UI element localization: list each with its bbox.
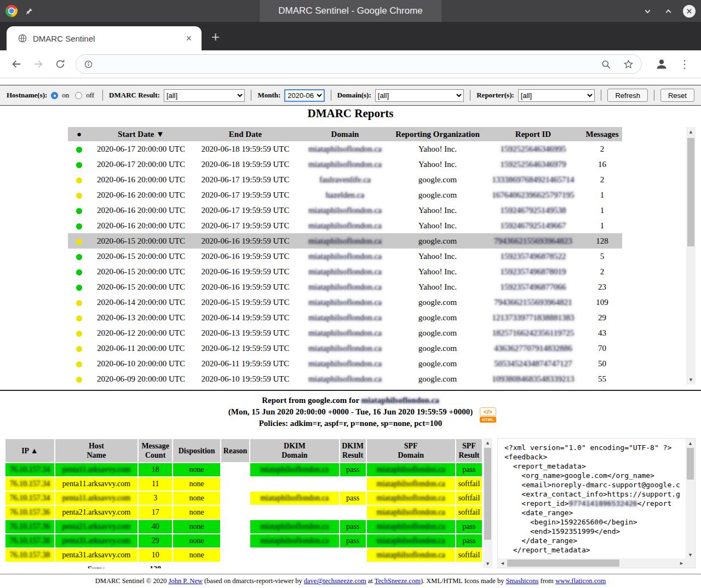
zoom-icon[interactable] <box>601 59 611 70</box>
detail-column-header[interactable]: Disposition <box>173 439 220 462</box>
footer-segment[interactable]: www.flaticon.com <box>555 577 606 585</box>
host-cell: penta31.arksavvy.com <box>55 534 137 547</box>
domain-select[interactable]: [all] <box>375 89 464 102</box>
info-icon[interactable] <box>84 60 93 69</box>
messages-cell: 16 <box>582 157 622 172</box>
report-row[interactable]: 2020-06-14 20:00:00 UTC 2020-06-15 19:59… <box>68 295 622 310</box>
bookmark-star-icon[interactable] <box>623 59 634 70</box>
end-date-cell: 2020-06-18 19:59:59 UTC <box>192 141 299 157</box>
forward-button[interactable] <box>27 53 49 75</box>
disposition-cell: none <box>173 549 220 562</box>
detail-column-header[interactable]: Message Count <box>139 439 172 462</box>
dmarc-result-select[interactable]: [all] <box>164 89 245 102</box>
report-row[interactable]: 2020-06-12 20:00:00 UTC 2020-06-13 19:59… <box>68 325 622 341</box>
scroll-up-button[interactable]: ▲ <box>483 438 492 447</box>
report-row[interactable]: 2020-06-16 20:00:00 UTC 2020-06-17 19:59… <box>68 172 622 187</box>
profile-avatar[interactable] <box>655 57 668 71</box>
reports-column-header[interactable]: Domain <box>299 127 391 141</box>
report-row[interactable]: 2020-06-13 20:00:00 UTC 2020-06-14 19:59… <box>68 310 622 325</box>
status-dot-icon <box>76 269 82 275</box>
minimize-button[interactable] <box>641 4 654 18</box>
detail-column-header[interactable]: SPF Result <box>456 439 482 462</box>
page-title: DMARC Reports <box>0 107 701 120</box>
messages-cell: 1 <box>582 203 622 218</box>
report-row[interactable]: 2020-06-15 20:00:00 UTC 2020-06-16 19:59… <box>68 264 622 279</box>
close-button[interactable] <box>682 4 696 18</box>
reports-column-header[interactable]: Start Date ▼ <box>90 127 192 141</box>
refresh-button[interactable]: Refresh <box>607 89 648 102</box>
xml-vertical-scrollbar[interactable]: ▲ ▼ <box>686 439 695 560</box>
hostname-off-radio[interactable] <box>75 92 82 99</box>
scroll-down-button[interactable]: ▼ <box>686 375 696 384</box>
reason-cell <box>221 492 249 505</box>
scroll-left-button[interactable]: ◀ <box>498 558 507 568</box>
end-date-cell: 2020-06-11 19:59:59 UTC <box>192 356 299 371</box>
scrollbar-thumb[interactable] <box>507 560 619 567</box>
reports-scrollbar[interactable]: ▲ ▼ <box>686 127 696 384</box>
spf-domain-cell <box>367 563 455 568</box>
domain-cell: miataphilsoflondon.ca <box>299 203 391 218</box>
detail-column-header[interactable]: DKIM Domain <box>250 439 338 462</box>
menu-dots-icon[interactable]: ⋮ <box>674 57 696 71</box>
page-content: Hostname(s): on off DMARC Result: [all] … <box>0 78 701 588</box>
tab-dmarc-sentinel[interactable]: DMARC Sentinel × <box>7 26 202 50</box>
footer-segment[interactable]: TechSneeze.com <box>375 577 421 585</box>
footer-segment[interactable]: dave@techsneeze.com <box>304 577 366 585</box>
report-row[interactable]: 2020-06-10 20:00:00 UTC 2020-06-11 19:59… <box>68 356 622 371</box>
report-row[interactable]: 2020-06-16 20:00:00 UTC 2020-06-17 19:59… <box>68 203 622 218</box>
report-row[interactable]: 2020-06-15 20:00:00 UTC 2020-06-16 19:59… <box>68 249 622 264</box>
detail-column-header[interactable]: SPF Domain <box>367 439 455 462</box>
scroll-right-button[interactable]: ▶ <box>677 558 686 568</box>
scrollbar-thumb[interactable] <box>687 138 694 246</box>
xml-horizontal-scrollbar[interactable]: ◀ ▶ <box>498 558 686 568</box>
reload-button[interactable] <box>49 53 71 75</box>
hostname-on-radio[interactable] <box>51 92 58 99</box>
month-select[interactable]: 2020-06 <box>284 89 324 102</box>
reporter-select[interactable]: [all] <box>518 89 595 102</box>
report-id-cell: 13338697684921465714 <box>484 172 582 187</box>
reports-column-header[interactable]: End Date <box>192 127 299 141</box>
scrollbar-thumb[interactable] <box>484 448 491 540</box>
reports-column-header[interactable]: ● <box>68 127 90 141</box>
scroll-down-button[interactable]: ▼ <box>483 559 492 568</box>
scroll-up-button[interactable]: ▲ <box>686 127 696 136</box>
reports-column-header[interactable]: Report ID <box>484 127 582 141</box>
detail-table: IP ▲Host NameMessage CountDispositionRea… <box>4 438 483 568</box>
tab-close-button[interactable]: × <box>182 33 195 44</box>
report-id-cell: 1592525646346995 <box>484 141 582 157</box>
end-date-cell: 2020-06-16 19:59:59 UTC <box>192 249 299 264</box>
footer-segment[interactable]: Smashicons <box>506 577 539 585</box>
end-date-cell: 2020-06-17 19:59:59 UTC <box>192 172 299 187</box>
start-date-cell: 2020-06-16 20:00:00 UTC <box>90 218 192 233</box>
report-row[interactable]: 2020-06-09 20:00:00 UTC 2020-06-10 19:59… <box>68 371 622 387</box>
report-id-cell: 12137339771838881383 <box>484 310 582 325</box>
back-button[interactable] <box>5 53 27 75</box>
report-row[interactable]: 2020-06-16 20:00:00 UTC 2020-06-17 19:59… <box>68 187 622 203</box>
report-row[interactable]: 2020-06-16 20:00:00 UTC 2020-06-17 19:59… <box>68 218 622 233</box>
detail-column-header[interactable]: IP ▲ <box>5 439 54 462</box>
scrollbar-thumb[interactable] <box>687 448 694 480</box>
reset-button[interactable]: Reset <box>660 89 694 102</box>
html-download-button[interactable]: </> HTML <box>480 407 496 423</box>
reports-column-header[interactable]: Messages <box>582 127 622 141</box>
report-row[interactable]: 2020-06-15 20:00:00 UTC 2020-06-16 19:59… <box>68 233 622 249</box>
reason-cell <box>221 520 249 533</box>
detail-column-header[interactable]: DKIM Result <box>340 439 366 462</box>
new-tab-button[interactable]: + <box>211 30 220 44</box>
report-id-cell: 18257166242356119725 <box>484 325 582 341</box>
reports-column-header[interactable]: Reporting Organization <box>391 127 484 141</box>
detail-column-header[interactable]: Reason <box>221 439 249 462</box>
scroll-up-button[interactable]: ▲ <box>686 439 695 448</box>
start-date-cell: 2020-06-13 20:00:00 UTC <box>90 310 192 325</box>
footer-segment[interactable]: John P. New <box>169 577 203 585</box>
report-row[interactable]: 2020-06-17 20:00:00 UTC 2020-06-18 19:59… <box>68 141 622 157</box>
detail-column-header[interactable]: Host Name <box>55 439 137 462</box>
report-row[interactable]: 2020-06-17 20:00:00 UTC 2020-06-18 19:59… <box>68 157 622 172</box>
html-icon-label: HTML <box>480 417 496 423</box>
report-row[interactable]: 2020-06-11 20:00:00 UTC 2020-06-12 19:59… <box>68 341 622 356</box>
detail-scrollbar[interactable]: ▲ ▼ <box>483 438 492 568</box>
domain-cell: miataphilsoflondon.ca <box>299 325 391 341</box>
report-row[interactable]: 2020-06-15 20:00:00 UTC 2020-06-16 19:59… <box>68 279 622 295</box>
address-bar[interactable] <box>76 54 642 74</box>
maximize-button[interactable] <box>662 4 675 18</box>
